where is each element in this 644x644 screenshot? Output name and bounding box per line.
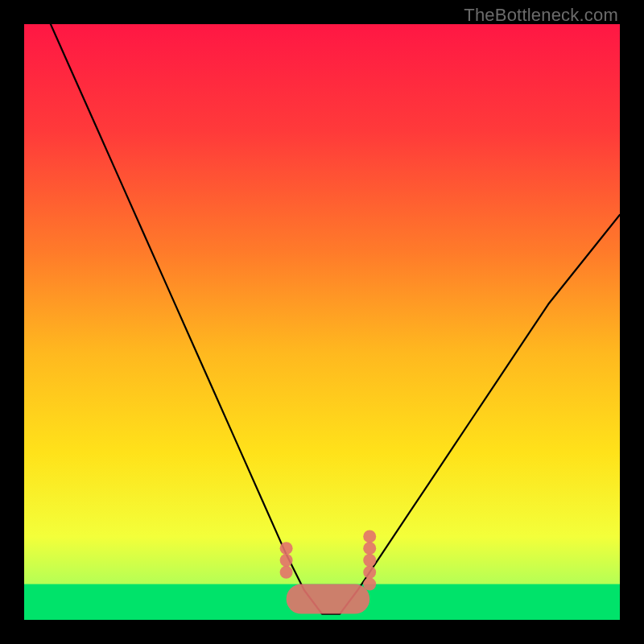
chart-frame: TheBottleneck.com: [0, 0, 644, 644]
right-marker-dot-0: [363, 578, 376, 591]
right-marker-dot-4: [363, 530, 376, 543]
bottleneck-curve: [24, 24, 620, 614]
right-marker-dot-2: [363, 554, 376, 567]
left-marker-dot-0: [280, 566, 293, 579]
curve-layer: [24, 24, 620, 620]
left-marker-dot-1: [280, 554, 293, 567]
watermark-text: TheBottleneck.com: [464, 5, 618, 26]
bottom-marker-pill: [287, 584, 370, 614]
plot-area: [24, 24, 620, 620]
left-marker-dot-2: [280, 542, 293, 555]
right-marker-dot-1: [363, 566, 376, 579]
right-marker-dot-3: [363, 542, 376, 555]
